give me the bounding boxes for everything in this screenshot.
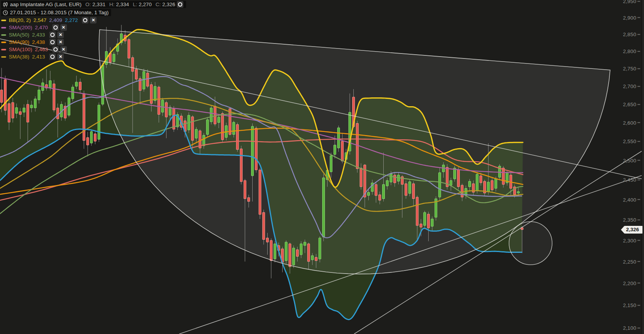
sma38-remove-button[interactable]: ✕	[57, 53, 64, 60]
ohlc-close-value: 2,326	[162, 2, 175, 7]
bb-lower-value: 2,272	[65, 17, 78, 23]
close-icon: ✕	[62, 47, 65, 52]
eye-icon	[50, 40, 55, 44]
price-axis-tick: 2,900	[623, 15, 640, 20]
sma100-remove-button[interactable]: ✕	[60, 46, 67, 53]
ohlc-close-label: C:	[156, 2, 161, 7]
sma50-color-dash-icon	[1, 34, 6, 36]
price-tag-value: 2,326	[624, 226, 642, 234]
bb-remove-button[interactable]: ✕	[90, 17, 97, 23]
sma100-visibility-button[interactable]	[52, 46, 59, 53]
price-axis-tick: 2,750	[623, 66, 640, 72]
price-axis-tick: 2,200	[623, 280, 640, 286]
sma100-name: SMA(100)	[9, 47, 32, 52]
sma200-color-dash-icon	[1, 27, 6, 28]
sma200-name: SMA(200)	[9, 25, 32, 30]
price-axis-tick: 2,600	[623, 120, 640, 125]
date-range-text: 27.01.2015 - 12.08.2015 (7 Monate, 1 Tag…	[10, 10, 108, 15]
bb-upper-value: 2,547	[33, 17, 47, 23]
price-axis-tick: 2,450	[623, 177, 640, 183]
chart-legend: aap Implantate AG (Last, EUR) O: 2,331 H…	[1, 1, 186, 61]
eye-icon	[53, 25, 58, 30]
instrument-name: aap Implantate AG (Last, EUR)	[10, 2, 82, 7]
sma100-color-dash-icon	[1, 49, 6, 50]
ohlc-low-label: L:	[133, 2, 137, 7]
ohlc-high-label: H:	[109, 2, 115, 7]
instrument-title-row[interactable]: aap Implantate AG (Last, EUR) O: 2,331 H…	[1, 1, 186, 8]
close-icon: ✕	[62, 25, 65, 30]
price-axis-tick: 2,500	[623, 157, 640, 163]
sma90-name: SMA(90)	[9, 39, 29, 45]
close-icon: ✕	[59, 55, 62, 59]
price-axis-tick: 2,850	[623, 32, 640, 37]
sma50-value: 2,433	[32, 32, 45, 38]
chart-application-window: 2,9502,9002,8502,8002,7502,7002,6502,600…	[0, 0, 644, 334]
price-axis-tick: 2,700	[623, 84, 640, 89]
candlestick-chart-type-icon	[2, 2, 8, 7]
legend-indicator-sma100[interactable]: SMA(100) 2,463 ✕	[1, 46, 186, 53]
eye-icon	[178, 2, 182, 7]
price-tag-arrow-icon	[621, 226, 624, 234]
price-axis-tick: 2,950	[623, 0, 640, 4]
price-axis-tick: 2,150	[623, 302, 640, 308]
sma200-remove-button[interactable]: ✕	[60, 24, 67, 31]
sma38-visibility-button[interactable]	[49, 53, 56, 60]
eye-icon	[53, 47, 58, 52]
instrument-visibility-button[interactable]	[177, 1, 183, 8]
legend-indicator-bb[interactable]: BB(20, 2) 2,547 2,409 2,272 ✕	[1, 17, 186, 23]
price-axis-border	[642, 0, 644, 334]
bb-visibility-button[interactable]	[82, 17, 88, 23]
sma90-color-dash-icon	[1, 42, 6, 43]
close-icon: ✕	[92, 18, 95, 22]
legend-indicator-sma50[interactable]: SMA(50) 2,433 ✕	[1, 32, 186, 38]
bb-color-dash-icon	[1, 20, 6, 21]
drawing-circle[interactable]	[509, 222, 552, 265]
close-icon: ✕	[59, 33, 62, 37]
sma90-remove-button[interactable]: ✕	[57, 39, 64, 45]
price-axis-tick: 2,350	[623, 217, 640, 223]
legend-indicator-sma200[interactable]: SMA(200) 2,470 ✕	[1, 24, 186, 31]
ohlc-low-value: 2,270	[139, 2, 152, 7]
bb-middle-value: 2,409	[49, 17, 62, 23]
legend-indicator-sma90[interactable]: SMA(90) 2,438 ✕	[1, 39, 186, 45]
sma50-remove-button[interactable]: ✕	[57, 32, 64, 38]
sma50-visibility-button[interactable]	[49, 32, 56, 38]
sma90-visibility-button[interactable]	[49, 39, 56, 45]
price-axis-tick: 2,550	[623, 139, 640, 144]
ohlc-high-value: 2,334	[116, 2, 129, 7]
close-icon: ✕	[59, 40, 62, 44]
ohlc-open-value: 2,331	[92, 2, 105, 7]
price-axis-tick: 2,800	[623, 48, 640, 54]
sma100-value: 2,463	[35, 47, 48, 52]
price-axis-tick: 2,650	[623, 102, 640, 107]
legend-indicator-sma38[interactable]: SMA(38) 2,413 ✕	[1, 53, 186, 60]
ohlc-open-label: O:	[85, 2, 91, 7]
sma38-name: SMA(38)	[9, 54, 29, 60]
sma38-color-dash-icon	[1, 56, 6, 58]
last-price-tag: 2,326	[621, 226, 642, 234]
price-axis-tick: 2,250	[623, 259, 640, 264]
eye-icon	[83, 18, 87, 22]
sma200-value: 2,470	[35, 25, 48, 30]
eye-icon	[50, 33, 55, 37]
sma38-value: 2,413	[32, 54, 45, 60]
clock-icon	[2, 10, 8, 15]
price-axis-tick: 2,100	[623, 325, 640, 331]
sma200-visibility-button[interactable]	[52, 24, 59, 31]
price-axis[interactable]: 2,9502,9002,8502,8002,7502,7002,6502,600…	[617, 0, 644, 334]
sma50-name: SMA(50)	[9, 32, 29, 38]
eye-icon	[50, 55, 55, 59]
sma90-value: 2,438	[32, 39, 45, 45]
bb-name: BB(20, 2)	[9, 17, 31, 23]
price-axis-tick: 2,400	[623, 197, 640, 202]
price-axis-tick: 2,300	[623, 237, 640, 243]
date-range-row[interactable]: 27.01.2015 - 12.08.2015 (7 Monate, 1 Tag…	[1, 9, 111, 16]
